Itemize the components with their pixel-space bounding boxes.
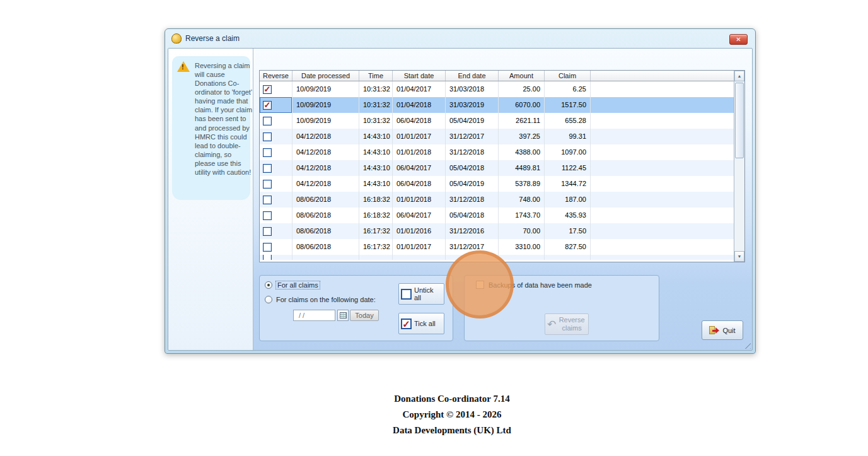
table-cell: 04/12/2018: [292, 129, 359, 144]
vertical-scrollbar[interactable]: ▲ ▼: [734, 71, 744, 262]
scroll-down-icon[interactable]: ▼: [734, 251, 744, 262]
table-row[interactable]: ✓10/09/201910:31:3201/04/201731/03/20182…: [260, 81, 734, 97]
table-cell: 1097.00: [545, 144, 591, 160]
table-cell: 06/04/2017: [393, 208, 446, 223]
backups-checkbox-row[interactable]: Backups of data have been made: [476, 281, 592, 289]
table-cell: 10:31:32: [359, 81, 393, 97]
table-row[interactable]: 08/06/201816:17:3201/01/201731/12/201733…: [260, 239, 734, 255]
table-cell-filler: [591, 81, 734, 97]
column-header: Time: [359, 71, 393, 81]
quit-label: Quit: [722, 327, 735, 334]
table-cell: 04/12/2018: [292, 144, 359, 160]
scroll-thumb[interactable]: [735, 83, 744, 158]
table-cell: 435.93: [545, 208, 591, 223]
table-cell: 1743.70: [499, 208, 545, 223]
radio-claims-on-date-icon[interactable]: [265, 296, 272, 303]
reverse-checkbox[interactable]: ✓: [263, 85, 272, 94]
table-cell: 16:17:32: [359, 223, 393, 239]
reverse-checkbox[interactable]: [263, 180, 272, 189]
column-header: Amount: [499, 71, 545, 81]
table-row[interactable]: 08/06/201816:18:3201/01/201831/12/201874…: [260, 192, 734, 208]
today-button[interactable]: Today: [350, 310, 379, 321]
table-cell: [393, 255, 446, 260]
table-cell: 827.50: [545, 239, 591, 255]
table-row[interactable]: 08/06/201816:18:3206/04/201705/04/201817…: [260, 208, 734, 223]
table-cell: 05/04/2019: [446, 176, 499, 192]
table-cell: 01/04/2017: [393, 81, 446, 97]
table-cell: 4388.00: [499, 144, 545, 160]
table-cell: 748.00: [499, 192, 545, 208]
table-cell: 31/03/2018: [446, 81, 499, 97]
reverse-checkbox[interactable]: [263, 164, 272, 173]
reverse-cell: [260, 255, 292, 260]
table-cell: 16:18:32: [359, 208, 393, 223]
reverse-checkbox[interactable]: [263, 255, 272, 260]
backup-groupbox: Backups of data have been made ↶ Reverse…: [464, 275, 659, 341]
warning-text: Reversing a claim will cause Donations C…: [195, 61, 253, 177]
table-cell-filler: [591, 223, 734, 239]
table-cell: 16:18:32: [359, 192, 393, 208]
reverse-cell: [260, 223, 292, 239]
scroll-up-icon[interactable]: ▲: [734, 71, 744, 81]
reverse-checkbox[interactable]: [263, 148, 272, 157]
table-row[interactable]: 04/12/201814:43:1006/04/201805/04/201953…: [260, 176, 734, 192]
reverse-cell: [260, 239, 292, 255]
column-header: Start date: [393, 71, 446, 81]
table-row[interactable]: 08/06/201816:17:3201/01/201631/12/201670…: [260, 223, 734, 239]
tick-all-button[interactable]: ✓ Tick all: [398, 313, 444, 334]
app-icon: [171, 33, 182, 44]
table-row[interactable]: ✓10/09/201910:31:3201/04/201831/03/20196…: [260, 97, 734, 113]
scroll-track[interactable]: [734, 81, 744, 251]
reverse-checkbox[interactable]: [263, 132, 272, 141]
reverse-checkbox[interactable]: [263, 211, 272, 220]
calendar-icon: [340, 312, 347, 319]
quit-button[interactable]: Quit: [702, 320, 743, 340]
table-cell: 08/06/2018: [292, 208, 359, 223]
table-cell: 655.28: [545, 113, 591, 129]
table-cell: 10/09/2019: [292, 97, 359, 113]
calendar-button[interactable]: [337, 310, 349, 321]
table-cell-filler: [591, 255, 734, 260]
table-cell: 31/03/2019: [446, 97, 499, 113]
table-cell: 05/04/2019: [446, 113, 499, 129]
sidebar: Reversing a claim will cause Donations C…: [168, 49, 253, 350]
table-cell: 6.25: [545, 81, 591, 97]
table-row[interactable]: 10/09/201910:31:3206/04/201805/04/201926…: [260, 113, 734, 129]
backups-checkbox[interactable]: [476, 281, 484, 289]
table-row[interactable]: 04/12/201814:43:1006/04/201705/04/201844…: [260, 160, 734, 176]
date-input[interactable]: / /: [293, 310, 335, 321]
reverse-cell: ✓: [260, 81, 292, 97]
table-cell: 01/01/2018: [393, 144, 446, 160]
radio-all-claims-icon[interactable]: [265, 281, 272, 289]
reverse-checkbox[interactable]: [263, 243, 272, 252]
table-cell: 3310.00: [499, 239, 545, 255]
table-row[interactable]: 04/12/201814:43:1001/01/201831/12/201843…: [260, 144, 734, 160]
table-cell: 1517.50: [545, 97, 591, 113]
reverse-checkbox[interactable]: [263, 117, 272, 126]
table-cell: 01/01/2018: [393, 192, 446, 208]
table-cell: 17.50: [545, 223, 591, 239]
table-cell-filler: [591, 97, 734, 113]
table-cell-filler: [591, 160, 734, 176]
untick-all-button[interactable]: Untick all: [398, 283, 444, 305]
table-cell: 1344.72: [545, 176, 591, 192]
table-cell: 10/09/2019: [292, 81, 359, 97]
radio-claims-on-date[interactable]: For claims on the following date:: [265, 296, 376, 303]
checked-checkbox-icon: ✓: [401, 319, 412, 329]
reverse-cell: [260, 129, 292, 144]
reverse-checkbox[interactable]: ✓: [263, 101, 272, 110]
reverse-cell: [260, 176, 292, 192]
reverse-checkbox[interactable]: [263, 196, 272, 204]
table-cell: 08/06/2018: [292, 223, 359, 239]
close-button[interactable]: ✕: [729, 34, 748, 45]
resize-grip[interactable]: [743, 341, 751, 349]
footer-copyright: Copyright © 2014 - 2026: [294, 407, 610, 423]
reverse-cell: [260, 192, 292, 208]
table-row[interactable]: 04/12/201814:43:1001/01/201731/12/201739…: [260, 129, 734, 144]
titlebar: Reverse a claim ✕: [165, 29, 755, 47]
table-row[interactable]: [260, 255, 734, 260]
table-cell: 05/04/2018: [446, 160, 499, 176]
radio-all-claims[interactable]: For all claims: [265, 281, 320, 289]
reverse-claims-button[interactable]: ↶ Reverse claims: [545, 313, 589, 335]
reverse-checkbox[interactable]: [263, 227, 272, 236]
